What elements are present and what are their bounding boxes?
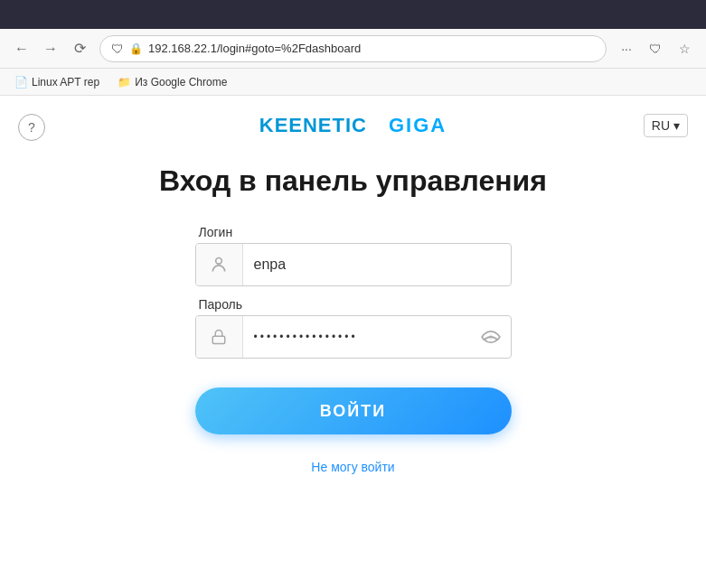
login-input-wrapper bbox=[195, 243, 512, 286]
bookmark-item-linux[interactable]: 📄 Linux APT rep bbox=[7, 74, 107, 90]
login-input[interactable] bbox=[243, 244, 511, 285]
svg-point-0 bbox=[216, 258, 222, 265]
more-button[interactable]: ··· bbox=[614, 36, 639, 61]
bookmark-folder-icon: 📁 bbox=[118, 76, 131, 89]
lang-label: RU bbox=[652, 118, 670, 133]
giga-logo: GIGA bbox=[389, 114, 447, 137]
lock-icon bbox=[196, 316, 243, 358]
browser-toolbar: ← → ⟳ 🛡 🔒 192.168.22.1/login#goto=%2Fdas… bbox=[0, 29, 706, 69]
browser-actions: ··· 🛡 ☆ bbox=[614, 36, 697, 61]
login-label: Логин bbox=[199, 225, 512, 239]
logo-area: KEENETIC GIGA bbox=[259, 114, 447, 137]
help-button[interactable]: ? bbox=[18, 114, 45, 141]
password-input[interactable] bbox=[243, 316, 471, 358]
browser-titlebar bbox=[0, 0, 706, 29]
toggle-password-button[interactable] bbox=[471, 316, 511, 358]
page-title: Вход в панель управления bbox=[159, 164, 547, 198]
login-field-group: Логин bbox=[195, 225, 512, 286]
login-form: Логин Пароль bbox=[195, 225, 512, 474]
question-mark-icon: ? bbox=[28, 120, 35, 135]
svg-rect-1 bbox=[212, 336, 225, 343]
address-bar[interactable]: 🛡 🔒 192.168.22.1/login#goto=%2Fdashboard bbox=[99, 35, 607, 62]
reload-button[interactable]: ⟳ bbox=[67, 36, 92, 61]
lock-icon: 🔒 bbox=[129, 42, 143, 55]
user-icon bbox=[196, 244, 243, 285]
chevron-down-icon: ▾ bbox=[673, 118, 680, 133]
back-button[interactable]: ← bbox=[9, 36, 34, 61]
password-field-group: Пароль bbox=[195, 297, 512, 359]
shield-icon: 🛡 bbox=[111, 42, 124, 56]
login-button[interactable]: ВОЙТИ bbox=[195, 387, 512, 434]
language-selector[interactable]: RU ▾ bbox=[644, 114, 688, 137]
bookmark-item-chrome[interactable]: 📁 Из Google Chrome bbox=[110, 74, 234, 90]
bookmark-button[interactable]: ☆ bbox=[672, 36, 697, 61]
page-header: ? KEENETIC GIGA RU ▾ bbox=[18, 114, 688, 137]
bookmark-file-icon: 📄 bbox=[14, 76, 28, 89]
address-text: 192.168.22.1/login#goto=%2Fdashboard bbox=[148, 42, 361, 55]
bookmarks-bar: 📄 Linux APT rep 📁 Из Google Chrome bbox=[0, 69, 706, 96]
keenetic-logo: KEENETIC bbox=[259, 114, 367, 137]
forgot-link[interactable]: Не могу войти bbox=[195, 460, 512, 474]
bookmark-label-chrome: Из Google Chrome bbox=[135, 76, 227, 89]
forward-button[interactable]: → bbox=[38, 36, 63, 61]
password-input-wrapper bbox=[195, 315, 512, 359]
extensions-button[interactable]: 🛡 bbox=[643, 36, 668, 61]
nav-buttons: ← → ⟳ bbox=[9, 36, 92, 61]
page-content: ? KEENETIC GIGA RU ▾ Вход в панель управ… bbox=[0, 96, 706, 588]
bookmark-label-linux: Linux APT rep bbox=[32, 76, 99, 89]
password-label: Пароль bbox=[199, 297, 512, 312]
